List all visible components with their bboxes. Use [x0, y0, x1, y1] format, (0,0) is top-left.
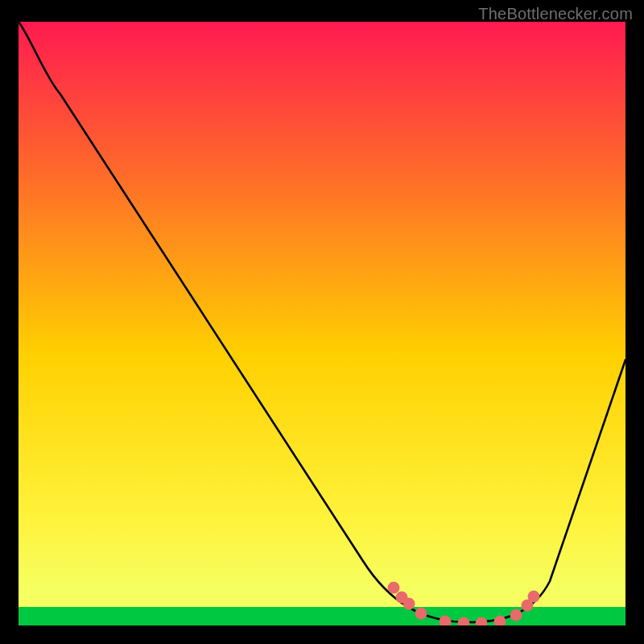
attribution-label: TheBottlenecker.com [478, 5, 633, 23]
gradient-background [19, 22, 625, 625]
highlight-dot [510, 609, 522, 621]
plot-area [19, 22, 625, 625]
highlight-dot [403, 598, 415, 610]
highlight-dot [415, 608, 427, 620]
optimal-zone-band [19, 607, 625, 625]
chart-frame: TheBottlenecker.com [0, 0, 644, 644]
highlight-dot [388, 582, 400, 594]
highlight-dot [528, 591, 540, 603]
bottleneck-chart [19, 22, 625, 625]
